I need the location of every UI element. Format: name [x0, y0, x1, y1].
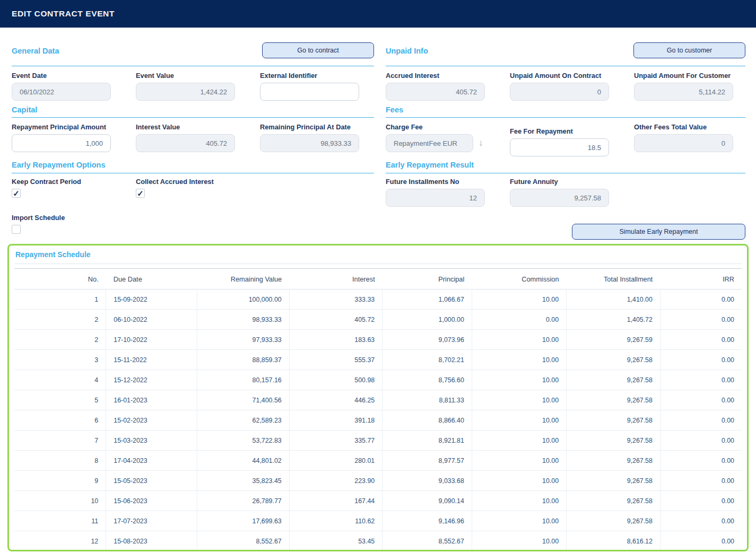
interest-value-input [136, 134, 235, 152]
table-cell: 9,267.58 [567, 451, 661, 471]
external-identifier-input[interactable] [260, 83, 359, 101]
collect-accrued-interest-checkbox[interactable]: ✓ [136, 189, 145, 198]
schedule-divider [14, 264, 742, 264]
unpaid-amount-on-contract-label: Unpaid Amount On Contract [510, 72, 609, 80]
repayment-principal-amount-input[interactable] [12, 134, 111, 152]
dropdown-arrow-icon[interactable]: ↓ [479, 138, 483, 148]
column-header: Remaining Value [197, 269, 289, 289]
accrued-interest-field: Accrued Interest [386, 72, 485, 104]
title-bar: EDIT CONTRACT EVENT [0, 0, 756, 28]
import-schedule-checkbox[interactable] [12, 225, 21, 234]
repayment-schedule-section: Repayment Schedule No.Due DateRemaining … [7, 244, 749, 551]
table-cell: 10.00 [472, 370, 566, 390]
table-cell: 0.00 [660, 511, 742, 531]
table-cell: 06-10-2022 [106, 310, 197, 330]
table-row: 315-11-202288,859.37555.378,702.2110.009… [14, 350, 742, 370]
table-cell: 8,552.67 [383, 531, 472, 551]
table-cell: 88,859.37 [197, 350, 289, 370]
table-cell: 44,801.02 [197, 451, 289, 471]
table-cell: 10.00 [472, 491, 566, 511]
table-cell: 0.00 [472, 310, 566, 330]
charge-fee-field: Charge Fee RepaymentFee EUR ↓ [386, 123, 485, 159]
table-cell: 15-02-2023 [106, 410, 197, 431]
repayment-schedule-table: No.Due DateRemaining ValueInterestPrinci… [14, 268, 742, 551]
table-cell: 4 [14, 370, 106, 390]
fee-for-repayment-label: Fee For Repayment [510, 127, 609, 135]
table-cell: 9,033.68 [383, 471, 472, 491]
charge-fee-label: Charge Fee [386, 123, 485, 131]
table-cell: 405.72 [289, 310, 382, 330]
general-data-fields: Event Date Event Value External Identifi… [12, 66, 374, 104]
repayment-schedule-heading: Repayment Schedule [15, 250, 742, 259]
table-cell: 15-06-2023 [106, 491, 197, 511]
unpaid-amount-on-contract-field: Unpaid Amount On Contract [510, 72, 609, 104]
import-schedule-group: Import Schedule [12, 214, 374, 240]
table-cell: 3 [14, 350, 106, 370]
table-cell: 1,000.00 [383, 310, 472, 330]
accrued-interest-label: Accrued Interest [386, 72, 485, 80]
table-cell: 9,073.96 [383, 330, 472, 350]
table-cell: 26,789.77 [197, 491, 289, 511]
table-cell: 8,756.60 [383, 370, 472, 390]
table-cell: 0.00 [660, 431, 742, 451]
early-repayment-options-fields: Keep Contract Period ✓ Collect Accrued I… [12, 173, 374, 214]
table-cell: 10.00 [472, 410, 566, 431]
table-cell: 35,823.45 [197, 471, 289, 491]
repayment-principal-amount-label: Repayment Principal Amount [12, 123, 111, 131]
early-repayment-result-fields: Future Installments No Future Annuity [386, 173, 745, 214]
keep-contract-period-label: Keep Contract Period [12, 178, 111, 186]
table-cell: 15-09-2022 [106, 289, 197, 310]
go-to-contract-button[interactable]: Go to contract [262, 42, 374, 58]
fee-for-repayment-input[interactable] [510, 138, 609, 156]
table-cell: 10 [14, 491, 106, 511]
table-cell: 1,405.72 [567, 310, 661, 330]
table-cell: 10.00 [472, 531, 566, 551]
simulate-early-repayment-button[interactable]: Simulate Early Repayment [572, 224, 745, 240]
general-data-section-head: General Data Go to contract [12, 28, 374, 66]
table-cell: 8,977.57 [383, 451, 472, 471]
table-cell: 2 [14, 310, 106, 330]
table-cell: 10.00 [472, 350, 566, 370]
repayment-principal-amount-field: Repayment Principal Amount [12, 123, 111, 159]
table-cell: 9,146.96 [383, 511, 472, 531]
fee-for-repayment-field: Fee For Repayment [510, 127, 609, 159]
table-cell: 0.00 [660, 330, 742, 350]
table-cell: 1,066.67 [383, 289, 472, 310]
table-row: 206-10-202298,933.33405.721,000.000.001,… [14, 310, 742, 330]
column-header: Total Installment [567, 269, 661, 289]
table-cell: 2 [14, 330, 106, 350]
table-cell: 10.00 [472, 511, 566, 531]
table-row: 1215-08-20238,552.6753.458,552.6710.008,… [14, 531, 742, 551]
interest-value-label: Interest Value [136, 123, 235, 131]
collect-accrued-interest-label: Collect Accrued Interest [136, 178, 235, 186]
table-cell: 5 [14, 390, 106, 410]
table-cell: 71,400.56 [197, 390, 289, 410]
table-cell: 98,933.33 [197, 310, 289, 330]
table-cell: 0.00 [660, 310, 742, 330]
go-to-customer-button[interactable]: Go to customer [633, 42, 745, 58]
table-cell: 183.63 [289, 330, 382, 350]
capital-fields: Repayment Principal Amount Interest Valu… [12, 118, 374, 159]
table-row: 715-03-202353,722.83335.778,921.8110.009… [14, 431, 742, 451]
table-cell: 9,267.58 [567, 390, 661, 410]
capital-heading: Capital [12, 106, 37, 114]
unpaid-amount-for-customer-label: Unpaid Amount For Customer [634, 72, 733, 80]
table-cell: 9,267.58 [567, 410, 661, 431]
event-date-label: Event Date [12, 72, 111, 80]
table-cell: 446.25 [289, 390, 382, 410]
table-cell: 8,811.33 [383, 390, 472, 410]
table-cell: 9,267.58 [567, 491, 661, 511]
keep-contract-period-checkbox[interactable]: ✓ [12, 189, 21, 198]
table-row: 415-12-202280,157.16500.988,756.6010.009… [14, 370, 742, 390]
table-cell: 15-08-2023 [106, 531, 197, 551]
table-cell: 8,702.21 [383, 350, 472, 370]
table-cell: 15-11-2022 [106, 350, 197, 370]
table-row: 217-10-202297,933.33183.639,073.9610.009… [14, 330, 742, 350]
table-cell: 223.90 [289, 471, 382, 491]
other-fees-total-value-field: Other Fees Total Value [634, 123, 733, 159]
table-cell: 9 [14, 471, 106, 491]
charge-fee-select[interactable]: RepaymentFee EUR [386, 134, 473, 152]
unpaid-amount-for-customer-input [634, 83, 733, 101]
column-header: No. [14, 269, 106, 289]
future-installments-no-label: Future Installments No [386, 178, 485, 186]
